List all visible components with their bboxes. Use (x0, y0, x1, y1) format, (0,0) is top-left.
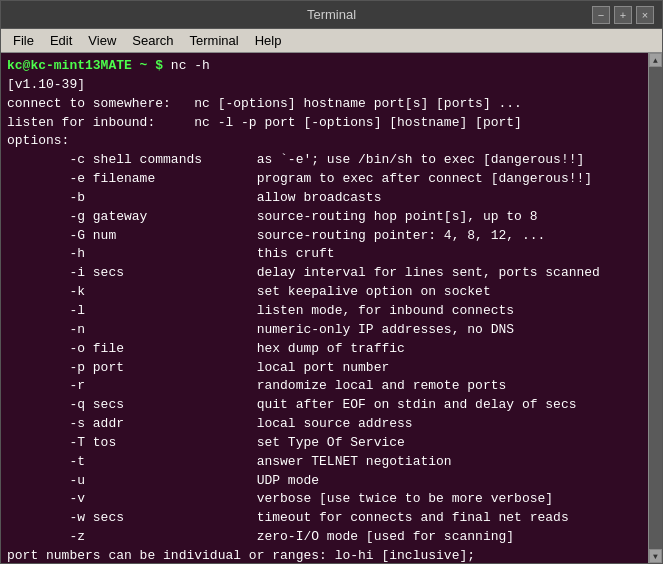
scroll-track[interactable] (649, 67, 662, 549)
menu-file[interactable]: File (5, 31, 42, 50)
scrollbar[interactable]: ▲ ▼ (648, 53, 662, 563)
terminal-body[interactable]: kc@kc-mint13MATE ~ $ nc -h [v1.10-39] co… (1, 53, 648, 563)
close-button[interactable]: × (636, 6, 654, 24)
scroll-up-button[interactable]: ▲ (649, 53, 662, 67)
command-text: nc -h (171, 58, 210, 73)
maximize-button[interactable]: + (614, 6, 632, 24)
menu-view[interactable]: View (80, 31, 124, 50)
menu-terminal[interactable]: Terminal (182, 31, 247, 50)
terminal-output: kc@kc-mint13MATE ~ $ nc -h [v1.10-39] co… (1, 53, 648, 563)
menu-help[interactable]: Help (247, 31, 290, 50)
menubar: File Edit View Search Terminal Help (1, 29, 662, 53)
terminal-window: Terminal − + × File Edit View Search Ter… (0, 0, 663, 564)
title-bar-controls: − + × (592, 6, 654, 24)
menu-search[interactable]: Search (124, 31, 181, 50)
window-title: Terminal (307, 7, 356, 22)
terminal-container: kc@kc-mint13MATE ~ $ nc -h [v1.10-39] co… (1, 53, 662, 563)
scroll-down-button[interactable]: ▼ (649, 549, 662, 563)
title-bar: Terminal − + × (1, 1, 662, 29)
menu-edit[interactable]: Edit (42, 31, 80, 50)
minimize-button[interactable]: − (592, 6, 610, 24)
prompt-line: kc@kc-mint13MATE ~ $ (7, 58, 171, 73)
